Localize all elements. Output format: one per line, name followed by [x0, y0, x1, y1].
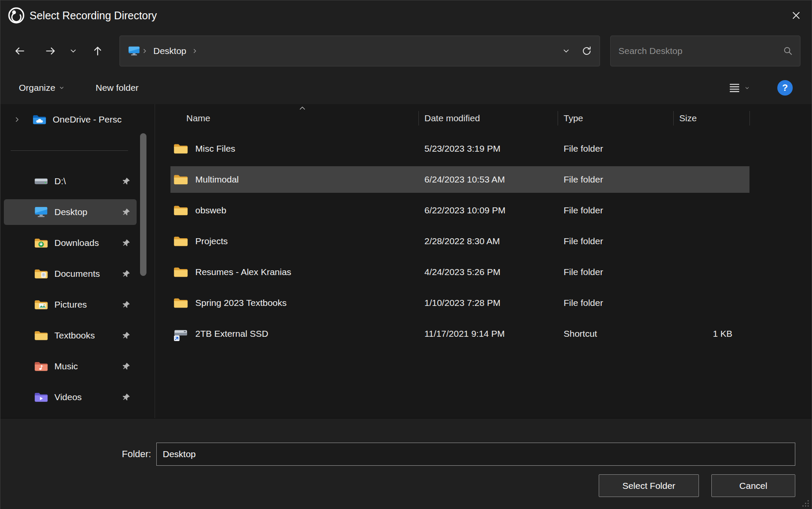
pin-icon[interactable]: [121, 299, 131, 310]
forward-button[interactable]: [39, 39, 62, 63]
navigation-toolbar: Desktop: [0, 30, 812, 72]
up-button[interactable]: [86, 39, 109, 63]
file-date-modified: 11/17/2021 9:14 PM: [418, 329, 558, 339]
select-folder-button[interactable]: Select Folder: [599, 474, 699, 497]
dialog-content: OneDrive - Persc D:\ Desktop: [0, 104, 812, 418]
pin-icon[interactable]: [121, 269, 131, 279]
breadcrumb-desktop[interactable]: Desktop: [149, 43, 191, 59]
sidebar-item-d-drive[interactable]: D:\: [4, 168, 137, 194]
resize-grip[interactable]: [802, 500, 809, 507]
column-header-name[interactable]: Name: [170, 113, 418, 123]
file-type: File folder: [558, 298, 673, 308]
chevron-down-icon: [744, 85, 750, 91]
chevron-down-icon: [59, 85, 65, 91]
column-header-size[interactable]: Size: [673, 113, 749, 123]
search-icon[interactable]: [783, 46, 793, 56]
close-icon: [791, 10, 801, 21]
desktop-location-icon: [128, 45, 140, 57]
drive-icon: [34, 174, 48, 189]
column-divider[interactable]: [673, 111, 674, 126]
file-date-modified: 4/24/2023 5:26 PM: [418, 267, 558, 277]
file-name: Misc Files: [195, 144, 235, 154]
cancel-button[interactable]: Cancel: [711, 474, 795, 497]
sidebar-item-videos[interactable]: Videos: [4, 384, 137, 410]
folder-label: Folder:: [0, 449, 156, 460]
pin-icon[interactable]: [121, 176, 131, 186]
sidebar-item-downloads[interactable]: Downloads: [4, 230, 137, 256]
pin-icon[interactable]: [121, 238, 131, 248]
sidebar-divider: [0, 135, 155, 166]
sidebar-scrollbar[interactable]: [140, 133, 146, 276]
navigation-pane: OneDrive - Persc D:\ Desktop: [0, 104, 155, 418]
drive-shortcut-icon: [173, 326, 188, 341]
file-row-projects[interactable]: Projects 2/28/2022 8:30 AM File folder: [170, 226, 749, 257]
help-button[interactable]: ?: [777, 80, 793, 96]
desktop-monitor-icon: [34, 205, 48, 219]
downloads-folder-icon: [34, 236, 48, 250]
new-folder-button[interactable]: New folder: [90, 78, 143, 97]
sidebar-item-label: Pictures: [54, 299, 87, 310]
chevron-down-icon: [69, 47, 78, 55]
column-header-type[interactable]: Type: [558, 113, 673, 123]
file-list: Misc Files 5/23/2023 3:19 PM File folder…: [170, 133, 749, 349]
file-type: File folder: [558, 144, 673, 154]
file-row-multimodal[interactable]: Multimodal 6/24/2023 10:53 AM File folde…: [170, 164, 749, 195]
pin-icon[interactable]: [121, 392, 131, 402]
file-row-obsweb[interactable]: obsweb 6/22/2023 10:09 PM File folder: [170, 195, 749, 226]
recent-locations-button[interactable]: [65, 39, 82, 63]
file-list-pane: Name Date modified Type Size Misc Files …: [155, 104, 812, 418]
sidebar-item-desktop[interactable]: Desktop: [4, 199, 137, 225]
videos-folder-icon: [34, 390, 48, 404]
file-row-resumes[interactable]: Resumes - Alex Kranias 4/24/2023 5:26 PM…: [170, 257, 749, 287]
file-date-modified: 5/23/2023 3:19 PM: [418, 144, 558, 154]
file-name: obsweb: [195, 205, 226, 216]
back-button[interactable]: [8, 39, 31, 63]
forward-arrow-icon: [45, 45, 57, 57]
column-divider[interactable]: [558, 111, 558, 126]
previous-locations-button[interactable]: [556, 41, 576, 61]
sidebar-item-pictures[interactable]: Pictures: [4, 292, 137, 317]
onedrive-folder-icon: [32, 112, 47, 127]
folder-icon: [173, 172, 188, 187]
organize-button[interactable]: Organize: [14, 78, 70, 97]
sidebar-item-music[interactable]: Music: [4, 353, 137, 379]
column-header-date-modified[interactable]: Date modified: [418, 113, 558, 123]
file-name: Multimodal: [195, 174, 239, 185]
pin-icon[interactable]: [121, 330, 131, 341]
column-divider[interactable]: [749, 111, 750, 126]
file-date-modified: 2/28/2022 8:30 AM: [418, 236, 558, 246]
organize-label: Organize: [19, 83, 55, 93]
command-bar: Organize New folder ?: [0, 72, 812, 104]
refresh-button[interactable]: [576, 41, 597, 61]
sidebar-item-onedrive[interactable]: OneDrive - Persc: [4, 107, 137, 132]
sidebar-item-textbooks[interactable]: Textbooks: [4, 323, 137, 348]
search-box[interactable]: [610, 36, 800, 66]
file-name: Spring 2023 Textbooks: [195, 298, 287, 308]
file-row-misc-files[interactable]: Misc Files 5/23/2023 3:19 PM File folder: [170, 133, 749, 164]
search-input[interactable]: [618, 45, 783, 57]
file-row-2tb-external-ssd[interactable]: 2TB External SSD 11/17/2021 9:14 PM Shor…: [170, 318, 749, 349]
select-recording-directory-dialog: Select Recording Directory: [0, 0, 812, 509]
file-row-spring-2023-textbooks[interactable]: Spring 2023 Textbooks 1/10/2023 7:28 PM …: [170, 287, 749, 318]
up-arrow-icon: [92, 45, 104, 57]
details-view-icon: [728, 81, 741, 94]
column-divider[interactable]: [418, 111, 419, 126]
breadcrumb-separator-icon[interactable]: [191, 48, 198, 54]
expand-chevron-icon[interactable]: [4, 116, 32, 123]
pin-icon[interactable]: [121, 207, 131, 217]
music-folder-icon: [34, 359, 48, 374]
file-date-modified: 6/24/2023 10:53 AM: [418, 174, 558, 185]
folder-name-input[interactable]: [156, 443, 795, 466]
pin-icon[interactable]: [121, 361, 131, 371]
change-view-button[interactable]: [723, 77, 755, 99]
file-name: Resumes - Alex Kranias: [195, 267, 291, 277]
breadcrumb-separator-icon: [141, 48, 148, 54]
address-bar[interactable]: Desktop: [119, 36, 600, 66]
new-folder-label: New folder: [96, 83, 138, 93]
file-date-modified: 6/22/2023 10:09 PM: [418, 205, 558, 216]
close-button[interactable]: [781, 0, 812, 30]
folder-icon: [173, 203, 188, 218]
sidebar-item-documents[interactable]: Documents: [4, 261, 137, 287]
file-type: File folder: [558, 205, 673, 216]
command-bar-right: ?: [723, 77, 812, 99]
